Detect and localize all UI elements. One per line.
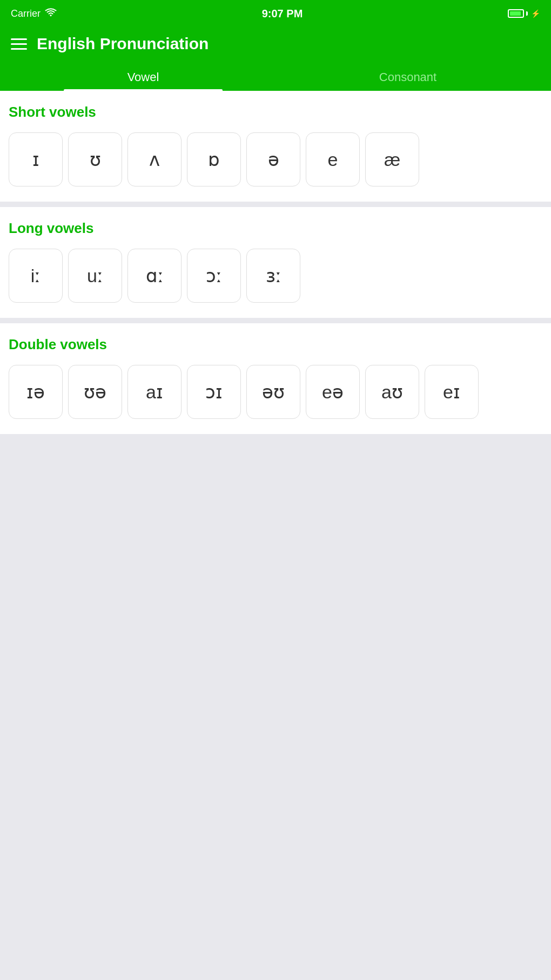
phoneme-card-ea[interactable]: eə (306, 365, 360, 419)
phoneme-card-aw[interactable]: aʊ (365, 365, 419, 419)
phoneme-card-oh[interactable]: ɒ (187, 132, 241, 186)
phoneme-card-ua[interactable]: ʊə (68, 365, 122, 419)
phoneme-card-ia[interactable]: ɪə (9, 365, 63, 419)
phoneme-card-ae[interactable]: æ (365, 132, 419, 186)
battery-fill (510, 11, 521, 16)
battery-tip (526, 11, 528, 16)
status-right: ⚡ (508, 9, 540, 18)
app-header: English Pronunciation Vowel Consonant (0, 27, 551, 91)
short-vowels-section: Short vowels ɪ ʊ ʌ ɒ ə e æ (0, 91, 551, 202)
phoneme-card-uh[interactable]: ʊ (68, 132, 122, 186)
long-vowels-section: Long vowels iː uː ɑː ɔː ɜː (0, 207, 551, 318)
battery-body (508, 9, 524, 18)
long-vowels-grid: iː uː ɑː ɔː ɜː (9, 249, 542, 303)
app-title: English Pronunciation (37, 35, 209, 53)
double-vowels-title: Double vowels (9, 336, 542, 353)
phoneme-card-ei[interactable]: eɪ (425, 365, 479, 419)
phoneme-card-eh[interactable]: e (306, 132, 360, 186)
status-time: 9:07 PM (262, 8, 303, 20)
wifi-icon (45, 8, 57, 19)
phoneme-card-oi[interactable]: ɔɪ (187, 365, 241, 419)
status-left: Carrier (11, 8, 57, 19)
hamburger-line-3 (11, 48, 27, 50)
phoneme-card-ah[interactable]: ʌ (127, 132, 182, 186)
header-top: English Pronunciation (11, 35, 540, 53)
phoneme-card-schwa[interactable]: ə (246, 132, 300, 186)
battery-icon (508, 9, 528, 18)
phoneme-card-ai[interactable]: aɪ (127, 365, 182, 419)
hamburger-line-1 (11, 38, 27, 40)
phoneme-card-uu[interactable]: uː (68, 249, 122, 303)
carrier-label: Carrier (11, 8, 41, 19)
charging-icon: ⚡ (531, 9, 540, 18)
long-vowels-title: Long vowels (9, 220, 542, 237)
phoneme-card-er[interactable]: ɜː (246, 249, 300, 303)
phoneme-card-ii[interactable]: iː (9, 249, 63, 303)
menu-button[interactable] (11, 38, 27, 50)
tab-bar: Vowel Consonant (11, 63, 540, 91)
tab-consonant[interactable]: Consonant (276, 63, 540, 91)
phoneme-card-ih[interactable]: ɪ (9, 132, 63, 186)
main-content: Short vowels ɪ ʊ ʌ ɒ ə e æ Long vowels i… (0, 91, 551, 883)
tab-vowel[interactable]: Vowel (11, 63, 276, 91)
double-vowels-grid: ɪə ʊə aɪ ɔɪ əʊ eə aʊ eɪ (9, 365, 542, 419)
short-vowels-title: Short vowels (9, 104, 542, 121)
phoneme-card-oo[interactable]: ɔː (187, 249, 241, 303)
hamburger-line-2 (11, 43, 27, 45)
svg-point-0 (50, 15, 52, 16)
short-vowels-grid: ɪ ʊ ʌ ɒ ə e æ (9, 132, 542, 186)
double-vowels-section: Double vowels ɪə ʊə aɪ ɔɪ əʊ eə aʊ eɪ (0, 323, 551, 434)
phoneme-card-aa[interactable]: ɑː (127, 249, 182, 303)
bottom-area (0, 439, 551, 883)
status-bar: Carrier 9:07 PM ⚡ (0, 0, 551, 27)
phoneme-card-au[interactable]: əʊ (246, 365, 300, 419)
